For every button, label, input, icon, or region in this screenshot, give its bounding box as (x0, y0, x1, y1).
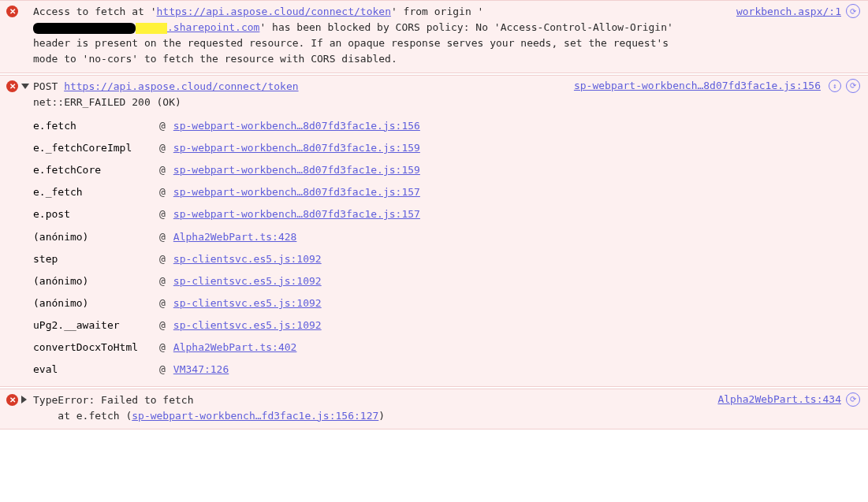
stack-at: @ (159, 248, 173, 270)
stack-row: eval@VM347:126 (33, 359, 428, 381)
stack-fn: e._fetchCoreImpl (33, 137, 159, 159)
stack-at: @ (159, 270, 173, 292)
stack-row: (anónimo)@sp-clientsvc.es5.js:1092 (33, 270, 428, 292)
stack-link[interactable]: sp-webpart-workbench…8d07fd3fac1e.js:159 (173, 164, 420, 176)
stack-link[interactable]: VM347:126 (173, 363, 229, 375)
error-title: TypeError: Failed to fetch (33, 394, 194, 406)
stack-at: @ (159, 181, 173, 203)
console-message: POST https://api.aspose.cloud/connect/to… (33, 80, 299, 108)
disclosure-toggle[interactable] (21, 396, 27, 403)
source-block: sp-webpart-workbench…8d07fd3fac1e.js:156… (574, 79, 860, 93)
entry-gutter: ✕ (6, 79, 33, 92)
stack-row: e.fetch@sp-webpart-workbench…8d07fd3fac1… (33, 115, 428, 137)
stack-row: e.post@sp-webpart-workbench…8d07fd3fac1e… (33, 203, 428, 225)
stack-where: sp-webpart-workbench…8d07fd3fac1e.js:159 (173, 137, 428, 159)
stack-where: sp-webpart-workbench…8d07fd3fac1e.js:157 (173, 181, 428, 203)
stack-link[interactable]: sp-webpart-workbench…fd3fac1e.js:156:127 (132, 410, 378, 422)
source-link[interactable]: Alpha2WebPart.ts:434 (717, 393, 841, 405)
stack-at: @ (159, 203, 173, 225)
ai-explain-icon[interactable]: ⟳ (846, 392, 860, 407)
url-link[interactable]: .sharepoint.com (167, 21, 259, 33)
stack-fn: (anónimo) (33, 270, 159, 292)
stack-where: Alpha2WebPart.ts:428 (173, 226, 428, 248)
error-icon: ✕ (6, 394, 18, 406)
stack-at: @ (159, 337, 173, 359)
stack-row: e._fetch@sp-webpart-workbench…8d07fd3fac… (33, 181, 428, 203)
console-message: TypeError: Failed to fetch at e.fetch (s… (33, 394, 385, 422)
stack-row: convertDocxToHtml@Alpha2WebPart.ts:402 (33, 337, 428, 359)
stack-link[interactable]: sp-webpart-workbench…8d07fd3fac1e.js:157 (173, 208, 420, 220)
source-block: Alpha2WebPart.ts:434 ⟳ (717, 392, 860, 407)
error-icon: ✕ (6, 6, 18, 17)
request-url-link[interactable]: https://api.aspose.cloud/connect/token (64, 80, 298, 92)
stack-at: @ (159, 115, 173, 137)
stack-row: step@sp-clientsvc.es5.js:1092 (33, 248, 428, 270)
stack-at: @ (159, 314, 173, 337)
stack-line-pre: at e.fetch ( (33, 410, 132, 422)
stack-fn: e._fetch (33, 181, 159, 203)
console-message: Access to fetch at 'https://api.aspose.c… (33, 6, 673, 65)
stack-at: @ (159, 226, 173, 248)
disclosure-toggle[interactable] (21, 84, 29, 89)
source-link[interactable]: sp-webpart-workbench…8d07fd3fac1e.js:156 (574, 80, 821, 91)
stack-trace: e.fetch@sp-webpart-workbench…8d07fd3fac1… (33, 115, 696, 381)
stack-link[interactable]: Alpha2WebPart.ts:402 (173, 341, 297, 353)
msg-text: ' from origin ' (391, 6, 483, 17)
entry-gutter: ✕ (6, 4, 33, 17)
stack-link[interactable]: sp-webpart-workbench…8d07fd3fac1e.js:156 (173, 120, 420, 132)
stack-link[interactable]: sp-clientsvc.es5.js:1092 (173, 253, 322, 265)
rebind-icon[interactable]: ↕ (829, 80, 841, 92)
stack-fn: e.fetch (33, 115, 159, 137)
stack-where: sp-webpart-workbench…8d07fd3fac1e.js:157 (173, 203, 428, 225)
stack-row: uPg2.__awaiter@sp-clientsvc.es5.js:1092 (33, 314, 428, 337)
msg-text: Access to fetch at ' (33, 6, 157, 17)
stack-where: sp-clientsvc.es5.js:1092 (173, 248, 428, 270)
stack-fn: (anónimo) (33, 292, 159, 314)
console-entry-error: ✕ TypeError: Failed to fetch at e.fetch … (0, 389, 868, 429)
stack-row: (anónimo)@Alpha2WebPart.ts:428 (33, 226, 428, 248)
source-block: workbench.aspx/:1 ⟳ (736, 4, 860, 18)
stack-where: sp-webpart-workbench…8d07fd3fac1e.js:156 (173, 115, 428, 137)
stack-fn: (anónimo) (33, 226, 159, 248)
stack-link[interactable]: Alpha2WebPart.ts:428 (173, 231, 297, 243)
stack-link[interactable]: sp-webpart-workbench…8d07fd3fac1e.js:159 (173, 142, 420, 154)
stack-at: @ (159, 359, 173, 381)
stack-table: e.fetch@sp-webpart-workbench…8d07fd3fac1… (33, 115, 428, 381)
ai-explain-icon[interactable]: ⟳ (846, 79, 860, 93)
stack-fn: uPg2.__awaiter (33, 314, 159, 337)
stack-link[interactable]: sp-clientsvc.es5.js:1092 (173, 319, 322, 331)
redaction-yellow (136, 23, 167, 34)
redaction-black (33, 23, 136, 34)
stack-at: @ (159, 292, 173, 314)
stack-at: @ (159, 159, 173, 181)
url-link[interactable]: https://api.aspose.cloud/connect/token (157, 6, 391, 17)
stack-row: (anónimo)@sp-clientsvc.es5.js:1092 (33, 292, 428, 314)
stack-row: e.fetchCore@sp-webpart-workbench…8d07fd3… (33, 159, 428, 181)
stack-fn: step (33, 248, 159, 270)
source-link[interactable]: workbench.aspx/:1 (736, 6, 841, 17)
console-entry-error: ✕ POST https://api.aspose.cloud/connect/… (0, 75, 868, 387)
error-icon: ✕ (6, 80, 18, 92)
http-method: POST (33, 80, 58, 92)
stack-link[interactable]: sp-clientsvc.es5.js:1092 (173, 297, 322, 309)
stack-where: sp-webpart-workbench…8d07fd3fac1e.js:159 (173, 159, 428, 181)
stack-where: Alpha2WebPart.ts:402 (173, 337, 428, 359)
stack-link[interactable]: sp-webpart-workbench…8d07fd3fac1e.js:157 (173, 186, 420, 198)
stack-link[interactable]: sp-clientsvc.es5.js:1092 (173, 275, 322, 287)
stack-row: e._fetchCoreImpl@sp-webpart-workbench…8d… (33, 137, 428, 159)
stack-line-post: ) (378, 410, 385, 422)
stack-where: sp-clientsvc.es5.js:1092 (173, 270, 428, 292)
stack-fn: e.fetchCore (33, 159, 159, 181)
stack-fn: e.post (33, 203, 159, 225)
stack-fn: eval (33, 359, 159, 381)
entry-body: POST https://api.aspose.cloud/connect/to… (33, 79, 862, 381)
status-text: net::ERR_FAILED 200 (OK) (33, 96, 181, 108)
console-panel: ✕ Access to fetch at 'https://api.aspose… (0, 0, 868, 429)
stack-where: sp-clientsvc.es5.js:1092 (173, 314, 428, 337)
entry-gutter: ✕ (6, 392, 33, 406)
console-entry-error: ✕ Access to fetch at 'https://api.aspose… (0, 0, 868, 73)
stack-where: VM347:126 (173, 359, 428, 381)
stack-fn: convertDocxToHtml (33, 337, 159, 359)
stack-at: @ (159, 137, 173, 159)
ai-explain-icon[interactable]: ⟳ (846, 4, 860, 18)
